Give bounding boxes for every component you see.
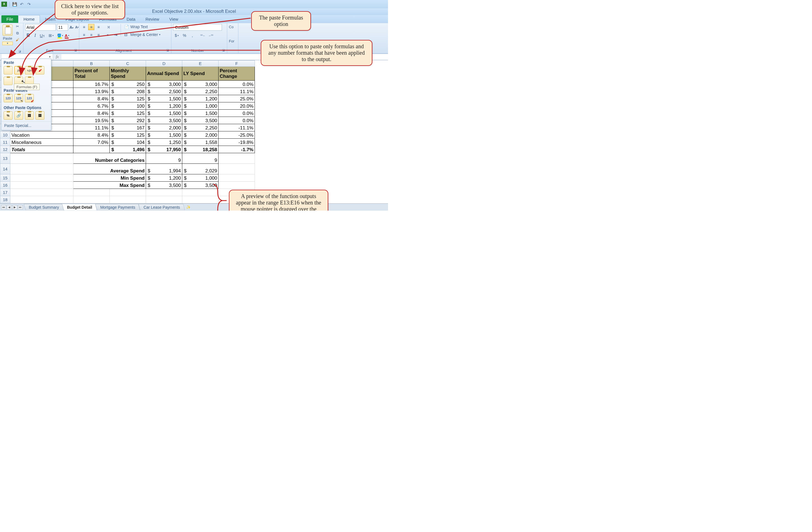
cell-ly[interactable]: $3,500 (182, 117, 219, 124)
paste-option-values-source[interactable]: 123🖌 (25, 94, 34, 102)
summary-e[interactable]: 9 (182, 153, 219, 164)
redo-button[interactable]: ↷ (26, 2, 32, 7)
cell-monthly[interactable]: $167 (110, 124, 146, 131)
paste-option-values-number[interactable]: 123% (14, 94, 23, 102)
row-header[interactable]: 15 (0, 174, 10, 182)
sheet-nav-next[interactable]: ▶ (12, 205, 17, 209)
cell-change[interactable]: 20.0% (219, 102, 255, 109)
cell-pct[interactable]: 11.1% (73, 124, 110, 131)
cell-ly[interactable]: $1,558 (182, 139, 219, 146)
cell-pct[interactable]: 7.0% (73, 139, 110, 146)
sheet-tab-budget-detail[interactable]: Budget Detail (62, 204, 97, 210)
border-button[interactable]: ⊞ (48, 32, 54, 39)
sheet-nav-prev[interactable]: ◀ (7, 205, 12, 209)
sheet-tab-mortgage[interactable]: Mortgage Payments (95, 204, 140, 210)
tab-review[interactable]: Review (141, 15, 164, 23)
cell-pct[interactable]: 6.7% (73, 102, 110, 109)
cell-empty[interactable] (219, 153, 255, 164)
cell-annual[interactable]: $3,000 (146, 80, 182, 88)
row-header[interactable]: 10 (0, 131, 10, 139)
paste-button[interactable]: Paste ▼ (2, 24, 13, 45)
sheet-tab-car-lease[interactable]: Car Lease Payments (139, 204, 185, 210)
align-top-button[interactable]: ≡ (81, 24, 87, 30)
comma-button[interactable]: , (189, 32, 196, 39)
increase-decimal-button[interactable]: ⁰⁰← (199, 32, 206, 39)
summary-d[interactable]: $1,200 (146, 174, 182, 182)
header-cell-B[interactable]: Percent of Total (73, 67, 110, 80)
paste-option-formulas[interactable]: fx (14, 66, 23, 74)
paste-option-no-border[interactable] (4, 77, 13, 85)
cell-change[interactable]: 25.0% (219, 95, 255, 102)
font-launcher[interactable]: ◪ (74, 48, 77, 51)
align-left-button[interactable]: ≡ (81, 32, 87, 38)
totals-F[interactable]: -1.7% (219, 146, 255, 153)
cell-change[interactable]: -25.0% (219, 131, 255, 139)
cell-ly[interactable]: $2,250 (182, 88, 219, 95)
summary-label[interactable]: Min Spend (73, 174, 146, 182)
file-tab[interactable]: File (1, 15, 18, 23)
cell-pct[interactable]: 16.7% (73, 80, 110, 88)
shrink-font-button[interactable]: A▾ (75, 24, 79, 31)
cut-button[interactable]: ✂ (15, 24, 20, 29)
cell[interactable] (146, 196, 182, 203)
grow-font-button[interactable]: A▴ (69, 24, 74, 31)
cell-empty[interactable] (219, 164, 255, 174)
totals-D[interactable]: $17,950 (146, 146, 182, 153)
cell-monthly[interactable]: $125 (110, 109, 146, 117)
summary-d[interactable]: $3,500 (146, 182, 182, 189)
fx-icon[interactable]: fx (53, 55, 61, 59)
cell[interactable] (73, 189, 110, 196)
undo-button[interactable]: ↶ (19, 2, 25, 7)
paste-option-link[interactable]: 🔗 (14, 111, 23, 120)
cell-annual[interactable]: $1,200 (146, 102, 182, 109)
decrease-indent-button[interactable]: ⇤ (105, 32, 112, 38)
bold-button[interactable]: B (25, 32, 31, 39)
clipboard-launcher[interactable]: ◪ (18, 50, 21, 53)
wrap-text-button[interactable]: 📄Wrap Text (122, 24, 162, 30)
totals-B[interactable] (73, 146, 110, 153)
paste-dropdown-arrow[interactable]: ▼ (2, 42, 13, 45)
cell-monthly[interactable]: $104 (110, 139, 146, 146)
cell-annual[interactable]: $1,500 (146, 95, 182, 102)
cell-change[interactable]: 0.0% (219, 117, 255, 124)
cell[interactable] (146, 189, 182, 196)
align-bottom-button[interactable]: ≡ (96, 24, 102, 30)
cell-annual[interactable]: $1,250 (146, 139, 182, 146)
align-right-button[interactable]: ≡ (96, 32, 102, 38)
cell-annual[interactable]: $2,000 (146, 124, 182, 131)
paste-option-formulas-number[interactable]: fx (25, 66, 34, 74)
paste-option-picture[interactable]: 🖼 (25, 111, 34, 120)
save-button[interactable]: 💾 (12, 2, 17, 7)
cell-ly[interactable]: $1,200 (182, 95, 219, 102)
number-launcher[interactable]: ◪ (222, 48, 225, 51)
cell-pct[interactable]: 13.9% (73, 88, 110, 95)
col-header-F[interactable]: F (219, 61, 255, 67)
paste-option-formatting[interactable]: % (4, 111, 13, 120)
row-header[interactable]: 17 (0, 189, 10, 196)
align-center-button[interactable]: ≡ (88, 32, 95, 38)
cell-monthly[interactable]: $125 (110, 131, 146, 139)
italic-button[interactable]: I (32, 32, 38, 39)
cell[interactable] (10, 196, 73, 203)
cell-pct[interactable]: 8.4% (73, 109, 110, 117)
format-painter-button[interactable]: 🖌 (15, 38, 20, 43)
percent-button[interactable]: % (181, 32, 188, 39)
decrease-decimal-button[interactable]: →⁰⁰ (207, 32, 214, 39)
cell-monthly[interactable]: $250 (110, 80, 146, 88)
cell-label[interactable]: Miscellaneous (10, 139, 73, 146)
col-header-C[interactable]: C (110, 61, 146, 67)
merge-center-button[interactable]: ⊟Merge & Center ▾ (122, 32, 162, 38)
sheet-nav-last[interactable]: ⏭ (18, 205, 23, 209)
sheet-tab-budget-summary[interactable]: Budget Summary (24, 204, 64, 210)
row-header[interactable]: 16 (0, 182, 10, 189)
row-header[interactable]: 13 (0, 153, 10, 164)
cell-annual[interactable]: $3,500 (146, 117, 182, 124)
cell-empty[interactable] (219, 174, 255, 182)
cell-ly[interactable]: $1,000 (182, 102, 219, 109)
cell-label[interactable]: Vacation (10, 131, 73, 139)
cell-pct[interactable]: 8.4% (73, 131, 110, 139)
header-cell-D[interactable]: Annual Spend (146, 67, 182, 80)
paste-special-menu-item[interactable]: Paste Special... (1, 121, 51, 130)
font-name-select[interactable] (25, 24, 56, 31)
col-header-D[interactable]: D (146, 61, 182, 67)
